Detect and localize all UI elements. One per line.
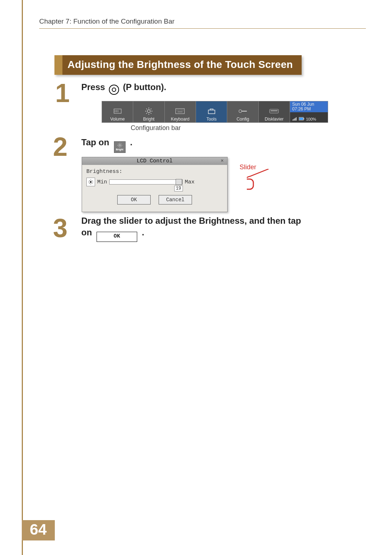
step-3-pre: on: [81, 227, 92, 237]
volume-icon: [113, 107, 122, 115]
bright-chip[interactable]: Bright: [114, 141, 126, 153]
keyboard-icon: [175, 107, 185, 115]
signal-icon: [292, 117, 297, 122]
brightness-slider[interactable]: 19: [109, 179, 183, 185]
config-bar-bright[interactable]: Bright: [133, 101, 164, 122]
config-bar-bright-label: Bright: [143, 117, 154, 122]
lcd-min-label: Min: [97, 179, 107, 185]
page-gutter: [22, 0, 23, 555]
config-bar-caption: Configuration bar: [131, 124, 181, 132]
close-icon[interactable]: ×: [219, 158, 225, 164]
bright-chip-label: Bright: [116, 148, 123, 151]
ok-button-inline[interactable]: OK: [97, 232, 137, 242]
config-bar-keyboard[interactable]: Keyboard: [165, 101, 196, 122]
svg-point-1: [147, 110, 150, 113]
ok-button[interactable]: OK: [117, 195, 151, 204]
config-bar-status: Sun 06 Jun 07:26 PM 100%: [290, 101, 328, 122]
config-bar-keyboard-label: Keyboard: [171, 117, 189, 122]
chapter-header: Chapter 7: Function of the Configuration…: [39, 17, 175, 25]
toolbox-icon: [207, 107, 216, 115]
config-bar-disklavier-label: Disklavier: [265, 117, 283, 122]
config-icon: [238, 107, 248, 115]
step-2-pre: Tap on: [81, 137, 109, 147]
title-bar-accent: [54, 55, 62, 75]
page-number: 64: [22, 520, 55, 540]
battery-icon: [299, 117, 305, 121]
sun-icon: [144, 107, 154, 115]
svg-point-3: [239, 110, 242, 113]
status-time: 07:26 PM: [292, 107, 326, 112]
config-bar-tools-label: Tools: [207, 117, 217, 122]
step-3-post: .: [142, 227, 144, 237]
section-title: Adjusting the Brightness of the Touch Sc…: [62, 55, 302, 75]
slider-value: 19: [174, 186, 183, 191]
step-2-number: 2: [53, 134, 68, 160]
config-bar-tools[interactable]: Tools: [196, 101, 227, 122]
step-1-text: Press (P button).: [81, 82, 166, 95]
step-1-number: 1: [55, 80, 70, 106]
lcd-max-label: Max: [185, 179, 195, 185]
config-bar-config-label: Config: [237, 117, 249, 122]
sun-icon: [86, 178, 95, 186]
config-bar-volume-label: Volume: [110, 117, 125, 122]
lcd-title-bar: LCD Control ×: [82, 157, 227, 165]
header-rule: [39, 28, 366, 29]
config-bar-volume[interactable]: Volume: [102, 101, 133, 122]
configuration-bar: Volume Bright Keyboard Tools: [102, 101, 328, 123]
svg-rect-2: [176, 109, 184, 114]
section-title-bar: Adjusting the Brightness of the Touch Sc…: [54, 55, 302, 75]
sun-icon: [117, 142, 123, 148]
svg-point-10: [90, 181, 91, 183]
step-3-line1: Drag the slider to adjust the Brightness…: [81, 216, 301, 226]
lcd-brightness-label: Brightness:: [86, 169, 223, 175]
config-bar-config[interactable]: Config: [227, 101, 258, 122]
svg-point-9: [119, 145, 120, 146]
step-1-post: (P button).: [123, 82, 167, 92]
step-3-number: 3: [53, 215, 68, 241]
piano-icon: [269, 107, 279, 115]
lcd-control-window: LCD Control × Brightness: Min 19 Max OK: [82, 157, 228, 212]
svg-rect-5: [271, 110, 278, 111]
page-number-plate: 64: [22, 520, 55, 540]
status-battery: 100%: [306, 117, 316, 121]
svg-rect-11: [247, 179, 253, 189]
callout-line: [247, 169, 276, 198]
step-2-text: Tap on Bright .: [81, 137, 132, 153]
cancel-button[interactable]: Cancel: [159, 195, 192, 204]
config-bar-disklavier[interactable]: Disklavier: [259, 101, 290, 122]
p-button-icon: [109, 85, 119, 95]
svg-rect-8: [299, 118, 303, 120]
slider-thumb[interactable]: [176, 179, 182, 185]
step-2-dot: .: [130, 137, 132, 147]
svg-rect-7: [303, 118, 304, 119]
lcd-title-text: LCD Control: [136, 158, 172, 164]
step-1-pre: Press: [81, 82, 105, 92]
step-3-text: Drag the slider to adjust the Brightness…: [81, 215, 335, 242]
